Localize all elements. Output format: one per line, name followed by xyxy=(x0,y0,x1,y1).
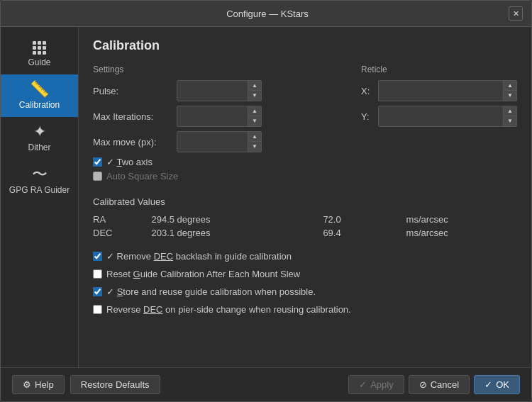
restore-label: Restore Defaults xyxy=(81,379,150,390)
sidebar-item-label-dither: Dither xyxy=(28,143,50,152)
sidebar-item-label-calibration: Calibration xyxy=(19,100,60,110)
ruler-icon: 📏 xyxy=(30,82,49,97)
option-checkbox-3[interactable] xyxy=(93,305,102,314)
reticle-y-spin-buttons: ▲ ▼ xyxy=(503,106,516,126)
reticle-y-increment[interactable]: ▲ xyxy=(504,106,516,116)
pulse-spin-buttons: ▲ ▼ xyxy=(248,81,261,101)
two-axis-row: ✓ Two axis xyxy=(93,157,344,167)
reticle-x-spinbox[interactable]: 0.00 ▲ ▼ xyxy=(378,80,517,101)
ok-check-icon: ✓ xyxy=(484,379,492,390)
option-checkbox-0[interactable] xyxy=(93,252,102,261)
dec-ms: 69.4 xyxy=(301,226,406,240)
sidebar-item-dither[interactable]: ✦ Dither xyxy=(1,117,78,160)
ra-axis: RA xyxy=(93,213,151,226)
help-button[interactable]: ⚙ Help xyxy=(12,375,65,394)
footer: ⚙ Help Restore Defaults ✓ Apply ⊘ Cancel… xyxy=(1,367,531,401)
sidebar-item-label-gpg: GPG RA Guider xyxy=(9,185,70,195)
option-label-3[interactable]: Reverse DEC on pier-side change when reu… xyxy=(106,304,351,315)
reticle-label: Reticle xyxy=(361,65,517,74)
ra-ms: 72.0 xyxy=(301,213,406,226)
reticle-y-decrement[interactable]: ▼ xyxy=(504,116,516,126)
calibrated-values-section: Calibrated Values RA 294.5 degrees 72.0 … xyxy=(93,196,517,240)
reticle-y-row: Y: 0.00 ▲ ▼ xyxy=(361,106,517,127)
option-checkbox-1[interactable] xyxy=(93,269,102,279)
max-iterations-input[interactable]: 10 xyxy=(177,106,248,126)
option-label-1[interactable]: Reset Guide Calibration After Each Mount… xyxy=(106,269,300,279)
sidebar-item-gpg-ra-guider[interactable]: 〜 GPG RA Guider xyxy=(1,160,78,202)
apply-label: Apply xyxy=(370,379,394,390)
close-button[interactable]: ✕ xyxy=(509,6,523,21)
reticle-x-decrement[interactable]: ▼ xyxy=(504,91,516,101)
two-axis-label[interactable]: ✓ Two axis xyxy=(106,157,153,167)
reticle-y-spinbox[interactable]: 0.00 ▲ ▼ xyxy=(378,106,517,127)
reticle-x-increment[interactable]: ▲ xyxy=(504,81,516,91)
option-checkbox-2[interactable] xyxy=(93,287,102,296)
calibrated-values-title: Calibrated Values xyxy=(93,196,517,207)
configure-dialog: Configure — KStars ✕ Guide 📏 Calibrat xyxy=(0,0,532,402)
ok-label: OK xyxy=(496,379,509,390)
title-bar: Configure — KStars ✕ xyxy=(1,1,531,27)
table-row: DEC 203.1 degrees 69.4 ms/arcsec xyxy=(93,226,517,240)
max-move-spin-buttons: ▲ ▼ xyxy=(248,132,261,152)
max-iterations-spinbox[interactable]: 10 ▲ ▼ xyxy=(177,106,262,127)
ra-unit2: ms/arcsec xyxy=(406,213,517,226)
content-area: Calibration Settings Pulse: 200 ▲ ▼ xyxy=(79,27,531,367)
main-content: Guide 📏 Calibration ✦ Dither 〜 GPG RA Gu… xyxy=(1,27,531,367)
reticle-x-row: X: 0.00 ▲ ▼ xyxy=(361,80,517,101)
reticle-x-input[interactable]: 0.00 xyxy=(379,81,503,101)
cancel-button[interactable]: ⊘ Cancel xyxy=(409,375,470,394)
dec-unit2: ms/arcsec xyxy=(406,226,517,240)
auto-square-checkbox xyxy=(93,172,102,181)
pulse-increment[interactable]: ▲ xyxy=(248,81,261,91)
max-iterations-row: Max Iterations: 10 ▲ ▼ xyxy=(93,106,344,127)
apply-button[interactable]: ✓ Apply xyxy=(348,375,404,394)
footer-right: ✓ Apply ⊘ Cancel ✓ OK xyxy=(348,375,520,394)
page-title: Calibration xyxy=(93,38,517,53)
sidebar-item-label-guide: Guide xyxy=(28,57,50,67)
max-move-increment[interactable]: ▲ xyxy=(248,132,261,142)
max-iterations-label: Max Iterations: xyxy=(93,111,171,122)
dither-icon: ✦ xyxy=(33,124,46,140)
pulse-decrement[interactable]: ▼ xyxy=(248,91,261,101)
checkmark-icon: ✓ xyxy=(359,379,367,390)
max-iterations-spin-buttons: ▲ ▼ xyxy=(248,106,261,126)
two-axis-checkbox[interactable] xyxy=(93,157,102,167)
reticle-x-spin-buttons: ▲ ▼ xyxy=(503,81,516,101)
pulse-spinbox[interactable]: 200 ▲ ▼ xyxy=(177,80,262,101)
ok-button[interactable]: ✓ OK xyxy=(474,375,520,394)
option-label-0[interactable]: ✓ Remove DEC backlash in guide calibrati… xyxy=(106,251,292,262)
help-label: Help xyxy=(35,379,54,390)
option-row-1: Reset Guide Calibration After Each Mount… xyxy=(93,269,517,279)
option-row-2: ✓ Store and reuse guide calibration when… xyxy=(93,286,517,297)
max-move-decrement[interactable]: ▼ xyxy=(248,142,261,152)
cancel-label: Cancel xyxy=(431,379,459,390)
max-move-label: Max move (px): xyxy=(93,137,171,147)
calibrated-values-table: RA 294.5 degrees 72.0 ms/arcsec DEC 203.… xyxy=(93,213,517,240)
pulse-label: Pulse: xyxy=(93,86,171,96)
restore-defaults-button[interactable]: Restore Defaults xyxy=(70,375,160,394)
ra-degrees: 294.5 degrees xyxy=(151,213,301,226)
option-label-2[interactable]: ✓ Store and reuse guide calibration when… xyxy=(106,286,316,297)
max-iterations-increment[interactable]: ▲ xyxy=(248,106,261,116)
option-row-3: Reverse DEC on pier-side change when reu… xyxy=(93,304,517,315)
settings-section: Settings Pulse: 200 ▲ ▼ xyxy=(93,65,344,185)
reticle-section: Reticle X: 0.00 ▲ ▼ xyxy=(361,65,517,185)
options-section: ✓ Remove DEC backlash in guide calibrati… xyxy=(93,251,517,318)
max-move-row: Max move (px): 25 ▲ ▼ xyxy=(93,131,344,152)
max-move-input[interactable]: 25 xyxy=(177,132,248,152)
auto-square-label: Auto Square Size xyxy=(106,171,178,182)
max-iterations-decrement[interactable]: ▼ xyxy=(248,116,261,126)
dec-degrees: 203.1 degrees xyxy=(151,226,301,240)
max-move-spinbox[interactable]: 25 ▲ ▼ xyxy=(177,131,262,152)
auto-square-row: Auto Square Size xyxy=(93,171,344,182)
dec-axis: DEC xyxy=(93,226,151,240)
footer-left: ⚙ Help Restore Defaults xyxy=(12,375,160,394)
reticle-x-label: X: xyxy=(361,86,374,96)
sidebar-item-guide[interactable]: Guide xyxy=(1,34,78,74)
pulse-input[interactable]: 200 xyxy=(177,81,248,101)
table-row: RA 294.5 degrees 72.0 ms/arcsec xyxy=(93,213,517,226)
gear-icon: ⚙ xyxy=(23,379,31,390)
reticle-y-input[interactable]: 0.00 xyxy=(379,106,503,126)
sidebar-item-calibration[interactable]: 📏 Calibration xyxy=(1,74,78,117)
settings-label: Settings xyxy=(93,65,344,74)
